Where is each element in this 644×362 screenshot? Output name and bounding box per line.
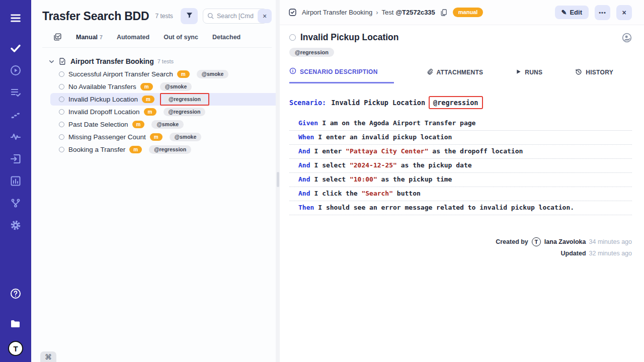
suite-row[interactable]: Airport Transfer Booking 7 tests [31, 55, 276, 68]
assignee-icon[interactable] [622, 33, 632, 43]
help-icon[interactable] [9, 287, 22, 300]
step-keyword: When [298, 133, 314, 141]
suite-name: Airport Transfer Booking [70, 57, 154, 65]
paperclip-icon[interactable] [427, 68, 433, 76]
play-icon[interactable] [516, 69, 521, 76]
bar-chart-icon[interactable] [9, 174, 22, 188]
tag-pill: @regression [149, 145, 191, 154]
tab-attachments[interactable]: ATTACHMENTS [427, 67, 484, 83]
test-row[interactable]: Missing Passenger Countm@smoke [31, 131, 276, 143]
menu-icon[interactable] [9, 12, 22, 25]
search-close-button[interactable]: × [258, 9, 272, 23]
filter-tab-manual[interactable]: Manual7 [76, 34, 103, 41]
test-tag-pill: @regression [289, 48, 334, 57]
resize-handle[interactable] [277, 172, 279, 187]
pencil-icon: ✎ [561, 9, 567, 16]
steps-icon[interactable] [9, 108, 22, 121]
tab-scenario-description[interactable]: SCENARIO DESCRIPTION [289, 67, 394, 83]
test-tree: Airport Transfer Booking 7 tests Success… [31, 48, 276, 156]
test-name: Invalid Pickup Location [68, 96, 138, 103]
test-status-circle-icon [59, 109, 64, 115]
branch-icon[interactable] [9, 197, 22, 210]
meta-section: Created by T Iana Zavoloka 34 minutes ag… [289, 237, 632, 257]
test-row[interactable]: Invalid Dropoff Locationm@regression [31, 106, 276, 118]
edit-button[interactable]: ✎ Edit [555, 6, 589, 19]
app-logo-icon[interactable]: T [8, 341, 23, 356]
check-icon[interactable] [9, 42, 22, 55]
tag-pill: @smoke [170, 133, 202, 142]
filter-button[interactable] [181, 8, 198, 24]
test-row[interactable]: No Available Transfersm@smoke [31, 80, 276, 93]
exit-icon[interactable] [9, 152, 22, 165]
breadcrumb-test-id: @T2572c335 [395, 9, 435, 16]
test-list-panel: Trasfer Search BDD 7 tests × Manual7Auto… [31, 0, 276, 362]
filter-tab-out-of-sync[interactable]: Out of sync [164, 34, 198, 41]
more-options-button[interactable]: ••• [595, 5, 610, 20]
checkbox-icon [288, 8, 297, 17]
list-actions: × [181, 8, 272, 24]
suite-file-icon [58, 57, 66, 65]
filter-tab-detached[interactable]: Detached [212, 34, 240, 41]
test-row[interactable]: Successful Airport Transfer Searchm@smok… [31, 68, 276, 80]
test-name: Missing Passenger Count [68, 133, 146, 141]
detail-title-row: Invalid Pickup Location [289, 32, 632, 43]
tag-pill: @smoke [151, 120, 184, 129]
edit-button-label: Edit [570, 9, 582, 16]
test-row[interactable]: Past Date Selectionm@smoke [31, 118, 276, 131]
updated-label: Updated [561, 250, 586, 257]
tag-pill: @smoke [197, 70, 229, 79]
tab-history[interactable]: HISTORY [575, 67, 613, 83]
tag-highlight-box: @regression [160, 93, 209, 106]
manual-badge: m [150, 133, 163, 141]
step-text: I should see an error message related to… [318, 204, 574, 211]
step-text: button [393, 190, 421, 197]
test-status-circle-icon [59, 71, 64, 77]
step-keyword: Given [298, 119, 318, 127]
scenario-keyword: Scenario: [289, 99, 326, 107]
folder-icon[interactable] [9, 317, 22, 330]
test-name: Successful Airport Transfer Search [68, 70, 173, 78]
step-text: I enter [314, 147, 346, 155]
filter-tab-label: Detached [212, 34, 240, 41]
filter-tab-count: 7 [100, 34, 103, 40]
play-circle-icon[interactable] [9, 64, 22, 77]
tab-label: HISTORY [586, 69, 613, 76]
test-row[interactable]: Invalid Pickup Locationm@regression [50, 93, 276, 106]
created-by-label: Created by [496, 238, 528, 245]
chevron-down-icon[interactable] [48, 58, 55, 65]
step-keyword: And [298, 161, 310, 169]
detail-header: Airport Transfer Booking › Test @T2572c3… [280, 0, 644, 25]
step-string-value: "10:00" [350, 175, 377, 183]
select-all-icon[interactable] [53, 33, 62, 41]
close-detail-button[interactable]: × [616, 5, 632, 20]
tab-runs[interactable]: RUNS [516, 67, 542, 83]
command-key-badge[interactable]: ⌘ [40, 351, 56, 362]
test-status-circle-icon [59, 134, 64, 140]
list-check-icon[interactable] [9, 86, 22, 99]
funnel-icon [186, 12, 193, 21]
pulse-icon[interactable] [9, 130, 22, 143]
project-title: Trasfer Search BDD [42, 10, 149, 23]
test-title: Invalid Pickup Location [300, 32, 398, 43]
breadcrumb-suite-link[interactable]: Airport Transfer Booking [302, 9, 372, 16]
step-text: as the dropoff location [428, 147, 523, 155]
step-text: as the pickup date [397, 161, 472, 169]
info-icon[interactable] [289, 67, 296, 76]
history-icon[interactable] [575, 68, 582, 77]
scenario-steps: GivenI am on the Agoda Airport Transfer … [289, 117, 632, 215]
test-row[interactable]: Booking a Transferm@regression [31, 143, 276, 156]
scenario-step: AndI select "10:00" as the pickup time [289, 173, 632, 187]
suite-tests-count: 7 tests [157, 58, 174, 64]
filter-tabs-row: Manual7AutomatedOut of syncDetached [42, 33, 272, 48]
copy-icon[interactable] [440, 9, 448, 17]
scenario-step: AndI select "2024-12-25" as the pickup d… [289, 159, 632, 173]
gear-icon[interactable] [9, 219, 22, 232]
panel-resize-divider[interactable] [276, 0, 280, 362]
scenario-step: AndI click the "Search" button [289, 187, 632, 201]
filter-tab-label: Manual [76, 34, 98, 41]
author-avatar[interactable]: T [532, 237, 541, 246]
scenario-step: WhenI enter an invalid pickup location [289, 131, 632, 145]
filter-tab-automated[interactable]: Automated [117, 34, 149, 41]
step-text: I am on the Agoda Airport Transfer page [322, 119, 475, 127]
search-container: × [203, 9, 267, 24]
